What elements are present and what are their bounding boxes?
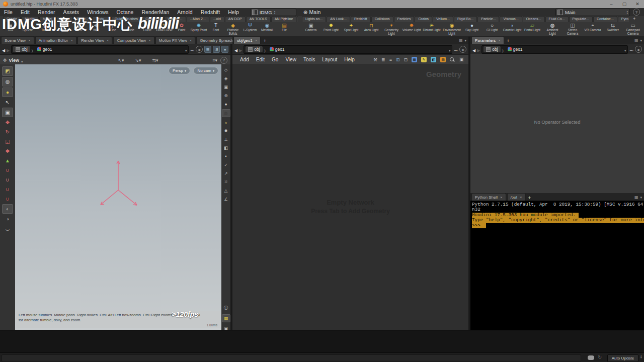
shelf-tab[interactable]: Populate... <box>569 16 593 22</box>
breadcrumb-geo1[interactable]: geo1 <box>267 46 287 52</box>
breadcrumb-obj[interactable]: obj <box>246 46 262 52</box>
tool-geometry-light[interactable]: ✶ Geometry Light <box>381 23 401 36</box>
shelf-tab[interactable]: ARNO... <box>297 16 298 22</box>
path-dropdown-icon[interactable] <box>624 45 626 54</box>
vertex-display-icon[interactable]: ✓ <box>222 161 230 168</box>
shelf-tab[interactable]: Vellum... <box>433 16 453 22</box>
add-pane-tab-button[interactable]: + <box>263 38 266 44</box>
tool-volume-light[interactable]: ✸ Volume Light <box>401 23 422 36</box>
breadcrumb-geo1[interactable]: geo1 <box>505 46 525 52</box>
tool-camera[interactable]: ▣ Camera <box>301 23 321 36</box>
shelf-tab[interactable]: Collisions <box>371 16 393 22</box>
view-tool-icon[interactable]: ✥ <box>3 58 7 63</box>
normals-icon[interactable]: ⊥ <box>222 136 230 143</box>
angle-icon[interactable]: ∠ <box>222 196 230 203</box>
pane-menu-icon[interactable] <box>640 192 642 201</box>
tool-stereo-camera[interactable]: ◫ Stereo Camera <box>562 23 583 36</box>
tool-portal-light[interactable]: ▱ Portal Light <box>522 23 542 36</box>
display-material-icon[interactable]: ◐ <box>2 204 13 214</box>
tool-tube[interactable]: ▮ Tube <box>36 23 53 36</box>
pane-tab[interactable]: Python Shell <box>471 193 506 201</box>
network-box-icon[interactable]: ▤ <box>440 57 446 62</box>
pane-maximize-icon[interactable] <box>634 35 638 44</box>
lock-camera-icon[interactable]: ▣ <box>222 83 230 90</box>
back-icon[interactable] <box>2 45 5 54</box>
menu-item[interactable]: Redshift <box>197 8 224 16</box>
back-icon[interactable] <box>234 45 237 54</box>
menu-item[interactable]: Arnold <box>173 8 196 16</box>
shelf-tab[interactable]: Create <box>3 16 21 22</box>
shelf-tab[interactable]: Model <box>39 16 56 22</box>
menu-item[interactable]: Edit <box>17 8 34 16</box>
shelf-tab[interactable]: Pyro FX <box>618 16 629 22</box>
shelf-tab[interactable]: AN TOOLS <box>246 16 271 22</box>
pane-menu-icon[interactable] <box>640 35 642 44</box>
pin-icon[interactable] <box>454 45 458 54</box>
menu-item[interactable]: RenderMan <box>137 8 173 16</box>
display-options-icon[interactable]: ≡▾ <box>212 58 217 63</box>
secure-selection-lock-icon[interactable]: ▣ <box>2 108 13 117</box>
dependency-icon[interactable]: ▦ <box>412 57 417 62</box>
tool-vr-camera[interactable]: ◓ VR Camera <box>583 23 603 36</box>
shelf-tab[interactable]: Oceans... <box>523 16 545 22</box>
close-icon[interactable] <box>146 38 151 43</box>
forward-icon[interactable] <box>239 45 242 54</box>
spinner-icon[interactable]: ▴▾ <box>640 354 642 358</box>
message-bubble-icon[interactable] <box>588 355 594 360</box>
pane-tab[interactable]: obj/geo1 <box>233 36 261 44</box>
points-display-icon[interactable]: • <box>222 153 230 160</box>
tool-caustic-light[interactable]: ◗ Caustic Light <box>502 23 522 36</box>
radial-menu-icon[interactable]: ◉ <box>196 46 203 53</box>
path-dropdown-icon[interactable] <box>449 45 451 54</box>
tool-curve[interactable]: ∿ Curve <box>139 23 156 36</box>
network-menu-item[interactable]: Layout <box>318 57 341 62</box>
shelf-tab[interactable]: Viscous... <box>500 16 522 22</box>
wire-shade-icon[interactable]: ◈ <box>222 75 230 82</box>
point-numbers-icon[interactable]: ¹² <box>222 178 230 186</box>
search-icon[interactable] <box>450 57 455 62</box>
wrench-icon[interactable]: ⚒ <box>373 57 377 62</box>
color-palette-icon[interactable]: ◧ <box>431 57 436 62</box>
tool-l-system[interactable]: Ψ L-System <box>242 23 259 36</box>
tool-font[interactable]: T Font <box>207 23 224 36</box>
network-menu-item[interactable]: Add <box>236 57 253 62</box>
maximize-button[interactable]: ▢ <box>618 0 631 8</box>
close-button[interactable]: ✕ <box>631 0 644 8</box>
view-cone-icon[interactable]: ▲ <box>3 156 13 165</box>
radial-menu-icon[interactable]: ◉ <box>635 46 642 53</box>
shelf-tab[interactable]: Containe... <box>593 16 617 22</box>
menu-item[interactable]: Help <box>224 8 243 16</box>
minimize-button[interactable]: – <box>605 0 618 8</box>
grid-layout-icon[interactable]: ⊡ <box>404 57 408 62</box>
close-icon[interactable] <box>498 195 503 200</box>
menu-item[interactable]: Windows <box>83 8 113 16</box>
tool-grid[interactable]: ▦ Grid <box>70 23 88 36</box>
falloff-global-icon[interactable]: ∪ <box>3 195 13 203</box>
tree-view-icon[interactable]: ≣ <box>381 57 385 62</box>
breadcrumb-obj[interactable]: obj <box>484 46 500 52</box>
network-menu-item[interactable]: Tools <box>300 57 318 62</box>
shelf-tab[interactable]: Guide Brushes <box>111 16 141 22</box>
path-field[interactable]: obj geo1 <box>244 45 452 54</box>
pin-icon[interactable] <box>190 45 194 54</box>
add-pane-tab-button[interactable]: + <box>507 38 510 44</box>
tool-paint[interactable]: ✿ Paint <box>173 23 190 36</box>
headlight-icon[interactable]: ◍ <box>222 109 230 117</box>
path-field[interactable]: obj geo1 <box>481 45 628 54</box>
python-shell-output[interactable]: Python 2.7.15 (default, Apr 8 2019, 15:3… <box>470 201 644 330</box>
close-icon[interactable] <box>26 38 31 43</box>
menu-item[interactable]: File <box>0 8 17 16</box>
translate-handle-icon[interactable]: ✥ <box>3 118 13 127</box>
tool-platonic-solids[interactable]: ◆ Platonic Solids <box>224 23 242 36</box>
shelf-tab[interactable]: Lights an... <box>302 16 326 22</box>
material-flag-icon[interactable]: ◧ <box>222 144 230 151</box>
tool-point-light[interactable]: ✹ Point Light <box>321 23 341 36</box>
tool-torus[interactable]: ◎ Torus <box>53 23 70 36</box>
breadcrumb-geo1[interactable]: geo1 <box>35 46 55 52</box>
path-dropdown-icon[interactable] <box>185 45 187 54</box>
shelf-tab[interactable]: ...old <box>210 16 224 22</box>
snap-preset-icon[interactable]: ◩ <box>2 66 13 76</box>
path-field[interactable]: obj geo1 <box>11 45 189 54</box>
tool-spot-light[interactable]: ✦ Spot Light <box>341 23 361 36</box>
tool-gi-light[interactable]: ○ GI Light <box>482 23 502 36</box>
